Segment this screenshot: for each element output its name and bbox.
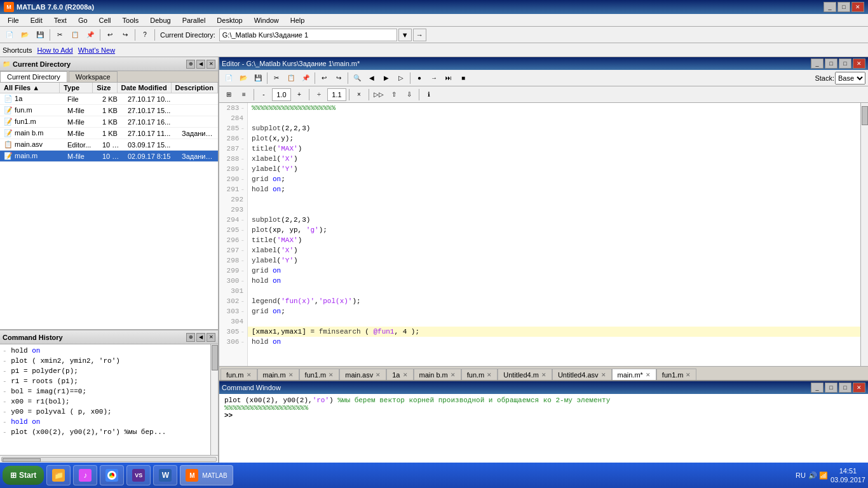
undo-button[interactable]: ↩ [103,28,117,42]
tab-close-icon[interactable]: ✕ [541,372,546,378]
new-file-button[interactable]: 📄 [3,28,17,42]
editor-scrollbar[interactable] [860,103,868,366]
cut-button[interactable]: ✂ [53,28,67,42]
file-row[interactable]: 📝 fun1.m M-file 1 KB 27.10.17 16... [0,116,218,128]
panel-close-button[interactable]: ✕ [207,60,215,69]
tab-close-icon[interactable]: ✕ [686,372,691,378]
editor-tab[interactable]: main.m*✕ [612,369,656,380]
shortcut-how-to-add[interactable]: How to Add [37,46,72,54]
col-desc[interactable]: Description [172,83,219,93]
file-row[interactable]: 📋 main.asv Editor... 10 KB 03.09.17 15..… [0,139,218,151]
minimize-button[interactable]: _ [824,2,836,12]
browse-dir-button[interactable]: ▼ [398,29,412,41]
editor-copy[interactable]: 📋 [284,71,298,85]
paste-button[interactable]: 📌 [83,28,97,42]
menu-window[interactable]: Window [249,16,284,25]
menu-parallel[interactable]: Parallel [177,16,211,25]
zoom-input-2[interactable] [327,88,346,101]
tab-close-icon[interactable]: ✕ [487,372,492,378]
editor-tab[interactable]: Untitled4.m✕ [498,369,552,380]
cmd-arrow-button[interactable]: ◀ [196,333,205,342]
editor-redo[interactable]: ↪ [332,71,346,85]
cmd-close-button[interactable]: ✕ [207,333,215,342]
tab-close-icon[interactable]: ✕ [403,372,408,378]
tab-close-icon[interactable]: ✕ [288,372,294,378]
editor-tab[interactable]: fun1.m✕ [299,369,340,380]
taskbar-word[interactable]: W [153,465,177,485]
menu-help[interactable]: Help [285,16,310,25]
div-btn[interactable]: ÷ [312,88,326,102]
cmd-history-scrollbar[interactable] [210,344,218,455]
editor-close[interactable]: ✕ [853,58,865,69]
plus-btn[interactable]: + [292,88,306,102]
col-date[interactable]: Date Modified [118,83,172,93]
start-button[interactable]: ⊞ Start [3,466,44,485]
file-row[interactable]: 📝 fun.m M-file 1 KB 27.10.17 15... [0,105,218,116]
cmd-hscroll-thumb[interactable] [3,458,41,462]
tab-current-directory[interactable]: Current Directory [0,71,67,82]
help-button[interactable]: ? [138,28,152,42]
open-button[interactable]: 📂 [18,28,32,42]
taskbar-itunes[interactable]: ♪ [73,465,97,485]
col-name[interactable]: All Files ▲ [0,83,60,93]
menu-edit[interactable]: Edit [25,16,48,25]
tab-close-icon[interactable]: ✕ [601,372,606,378]
info-btn[interactable]: ℹ [422,88,436,102]
tab-close-icon[interactable]: ✕ [376,372,381,378]
taskbar-vs[interactable]: VS [126,465,151,485]
command-history-content[interactable]: - hold on- plot ( xmin2, ymin2, 'ro')- p… [0,344,210,455]
editor-debug[interactable]: ● [412,71,426,85]
editor-continue[interactable]: ⏭ [442,71,456,85]
editor-stop[interactable]: ■ [456,71,470,85]
col-size[interactable]: Size [93,83,117,93]
code-editor[interactable]: %%%%%%%%%%%%%%%%%%%% subplot(2,2,3) plot… [248,103,860,366]
editor-tab[interactable]: 1a✕ [386,369,413,380]
cmd-pin-button[interactable]: ⊕ [186,333,195,342]
editor-tab[interactable]: main.m✕ [257,369,299,380]
editor-new[interactable]: 📄 [222,71,236,85]
cmd-history-scroll-thumb[interactable] [212,345,218,370]
editor-next[interactable]: ▶ [379,71,393,85]
editor-tab[interactable]: fun.m✕ [220,369,257,380]
menu-tools[interactable]: Tools [118,16,144,25]
taskbar-matlab[interactable]: M MATLAB [180,465,233,485]
menu-cell[interactable]: Cell [94,16,116,25]
shortcut-whats-new[interactable]: What's New [78,46,115,54]
go-dir-button[interactable]: → [413,29,426,41]
file-row[interactable]: 📝 main b.m M-file 1 KB 27.10.17 11... За… [0,128,218,139]
file-row[interactable]: 📝 main.m M-file 10 KB 02.09.17 8:15 Зада… [0,151,218,162]
editor-open[interactable]: 📂 [236,71,250,85]
cell-prev-btn[interactable]: ⇧ [387,88,401,102]
maximize-button[interactable]: □ [837,2,850,12]
cell-next-btn[interactable]: ⇩ [402,88,416,102]
editor-step[interactable]: → [427,71,441,85]
cell-eval-btn[interactable]: ▷▷ [372,88,386,102]
cell-btn[interactable]: ⊞ [222,88,236,102]
editor-tab[interactable]: main b.m✕ [414,369,461,380]
cmd-history-hscrollbar[interactable] [0,455,218,463]
editor-minimize[interactable]: _ [811,58,824,69]
tab-close-icon[interactable]: ✕ [329,372,334,378]
editor-scroll-thumb[interactable] [862,106,868,125]
editor-tab[interactable]: Untitled4.asv✕ [552,369,612,380]
cell-btn2[interactable]: ≡ [237,88,251,102]
menu-go[interactable]: Go [73,16,93,25]
editor-cut[interactable]: ✂ [269,71,283,85]
save-button[interactable]: 💾 [33,28,47,42]
minus-btn[interactable]: - [257,88,271,102]
file-row[interactable]: 📄 1a File 2 KB 27.10.17 10... [0,93,218,105]
editor-restore[interactable]: □ [825,58,837,69]
stack-select[interactable]: Base [835,72,865,85]
tab-close-icon[interactable]: ✕ [247,372,252,378]
redo-button[interactable]: ↪ [118,28,132,42]
tab-close-icon[interactable]: ✕ [451,372,456,378]
col-type[interactable]: Type [60,83,93,93]
taskbar-chrome[interactable] [100,465,124,485]
panel-pin-button[interactable]: ⊕ [186,60,195,69]
tab-workspace[interactable]: Workspace [69,71,118,82]
editor-tab[interactable]: fun1.m✕ [656,369,697,380]
taskbar-explorer[interactable]: 📁 [46,465,71,485]
cmdwin-close[interactable]: ✕ [853,383,865,393]
tab-close-icon[interactable]: ✕ [646,372,651,378]
editor-undo[interactable]: ↩ [317,71,331,85]
